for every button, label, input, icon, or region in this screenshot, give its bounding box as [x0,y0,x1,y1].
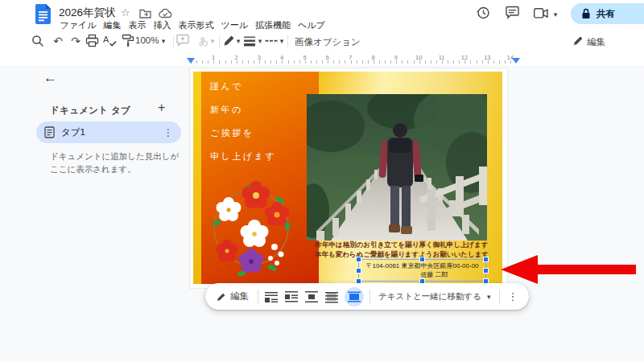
menu-item[interactable]: 拡張機能 [252,19,295,32]
sidebar-tab-1[interactable]: タブ1 ⋮ [36,121,181,143]
document-page: 謹んで新年のご挨拶を申し上げます [190,68,507,288]
move-with-text-dropdown[interactable]: テキストと一緒に移動する ▾ [376,291,493,302]
zoom-caret[interactable]: ▾ [160,33,167,49]
ruler-numbers: 1234567891011121314 [202,54,522,61]
ruler-number: 3 [248,54,270,61]
card-greeting-line: 謹んで [210,80,276,93]
meet-videocam-icon[interactable] [534,8,548,19]
menu-item[interactable]: ヘルプ [295,19,329,32]
google-docs-window: 2026年賀状 ☆ ファイル編集表示挿入表示形式ツール拡張機能ヘルプ ▾ 共有 [0,0,644,362]
menu-bar: ファイル編集表示挿入表示形式ツール拡張機能ヘルプ [56,19,328,32]
ruler-number: 6 [316,54,339,61]
zoom-select[interactable]: 100% [135,35,159,45]
share-button[interactable]: 共有 [571,3,644,24]
document-tabs-heading: ドキュメント タブ [50,105,130,117]
ruler-indent-marker-left[interactable] [187,58,195,64]
ruler-number: 8 [361,54,384,61]
spellcheck-icon[interactable]: A [103,34,117,47]
pencil-icon [217,292,226,302]
search-icon[interactable] [31,35,44,47]
ruler: 1234567891011121314 [0,52,644,65]
ruler-number: 10 [407,54,430,61]
ruler-number: 5 [293,54,316,61]
card-yellow-strip [193,72,201,284]
selection-handle[interactable] [356,268,361,274]
docs-logo-icon[interactable] [35,4,51,24]
toolbar-separator [258,290,258,304]
break-text-icon[interactable] [304,290,319,304]
print-icon[interactable] [85,34,99,47]
border-dash-caret[interactable]: ▾ [279,33,285,49]
add-tab-button[interactable]: + [158,101,165,115]
ruler-number: 13 [476,54,498,61]
ruler-indent-marker-right[interactable] [512,58,520,64]
card-photo-bridge [307,94,487,241]
furigana-caret[interactable]: ▾ [209,33,216,49]
selected-address-textbox[interactable]: 〒104-0061 東京都中央区銀座00-00-00 佐藤 二郎 [358,259,486,282]
tab-document-icon [44,126,55,138]
menu-item[interactable]: 挿入 [150,19,175,32]
border-color-pen-icon[interactable] [223,35,235,47]
image-edit-button[interactable]: 編集 [213,290,252,302]
menu-item[interactable]: ツール [217,19,252,32]
selection-handle[interactable] [483,268,489,274]
border-dash-icon[interactable] [265,35,278,47]
menu-item[interactable]: 表示 [125,19,150,32]
add-comment-icon[interactable] [176,34,189,47]
card-greeting-line: 新年の [210,104,276,116]
border-weight-icon[interactable] [243,35,256,47]
image-edit-label: 編集 [230,290,249,302]
ruler-number: 12 [453,54,476,61]
editing-mode-pencil-icon[interactable] [573,35,584,46]
paint-format-icon[interactable] [122,34,135,47]
selection-handle[interactable] [419,257,425,262]
redo-icon[interactable]: ↷ [68,33,84,49]
selection-handle[interactable] [356,257,361,262]
card-message-text: 昨年中は格別のお引き立てを賜り厚く御礼申し上げます本年も変わらぬご愛顧を賜ります… [314,241,489,259]
behind-text-icon[interactable] [324,290,339,304]
ruler-number: 11 [430,54,452,61]
version-history-icon[interactable] [476,6,490,20]
comments-icon[interactable] [506,6,520,20]
ruler-number: 2 [225,54,247,61]
more-options-kebab-icon[interactable]: ⋮ [506,290,521,302]
card-greeting-text: 謹んで新年のご挨拶を申し上げます [210,80,276,174]
image-options-button[interactable]: 画像オプション [295,36,361,48]
border-weight-caret[interactable]: ▾ [257,33,263,49]
svg-text:A: A [103,35,109,44]
red-arrow-annotation [494,251,644,288]
move-with-text-label: テキストと一緒に移動する [378,291,481,302]
toolbar-separator [219,35,220,47]
selection-handle[interactable] [483,257,489,262]
tab-label: タブ1 [61,126,157,138]
textbox-name-line: 佐藤 二郎 [383,270,485,279]
card-greeting-line: ご挨拶を [210,127,276,139]
nengajo-card-image[interactable]: 謹んで新年のご挨拶を申し上げます [193,72,502,284]
move-folder-icon[interactable] [139,8,151,19]
cloud-saved-icon[interactable] [159,8,172,19]
toolbar-separator [499,290,500,304]
wrap-inline-icon[interactable] [264,290,279,304]
share-label: 共有 [597,8,615,20]
pen-caret[interactable]: ▾ [235,33,242,49]
close-tabs-panel-button[interactable]: ← [43,70,57,86]
undo-icon[interactable]: ↶ [50,33,66,49]
card-message-line: 昨年中は格別のお引き立てを賜り厚く御礼申し上げます [314,241,489,250]
menu-item[interactable]: 表示形式 [175,19,217,32]
card-greeting-line: 申し上げます [210,150,276,162]
card-message-line: 本年も変わらぬご愛顧を賜りますようお願いいたします [314,250,489,260]
tabs-empty-hint: ドキュメントに追加した見出しがここに表示されます。 [50,150,184,176]
image-context-toolbar: 編集 テキストと一緒に移動する ▾ ⋮ [205,283,529,310]
meet-dropdown-caret[interactable]: ▾ [552,6,559,23]
menu-item[interactable]: 編集 [100,19,125,32]
editing-mode-button[interactable]: 編集 [587,36,605,48]
chevron-down-icon: ▾ [487,293,491,301]
toolbar-separator [173,35,174,47]
ruler-number: 9 [385,54,407,61]
textbox-address-line: 〒104-0061 東京都中央区銀座00-00-00 [359,261,485,270]
star-icon[interactable]: ☆ [121,6,130,19]
wrap-text-icon[interactable] [284,290,299,304]
front-text-icon-selected[interactable] [345,287,364,306]
tab-options-kebab-icon[interactable]: ⋮ [163,127,173,138]
menu-item[interactable]: ファイル [56,19,100,32]
